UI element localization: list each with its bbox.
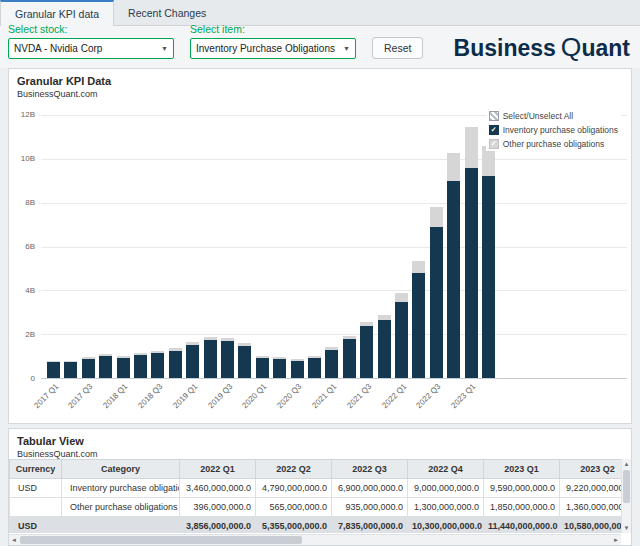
bar-2018-Q4-other[interactable] xyxy=(169,348,182,351)
bar-2017-Q1-inventory[interactable] xyxy=(47,362,60,378)
table-title: Tabular View xyxy=(9,429,631,447)
bar-2019-Q4-inventory[interactable] xyxy=(238,346,251,378)
chart-area: 02B4B6B8B10B12B 2017 Q12017 Q32018 Q1201… xyxy=(15,115,627,379)
item-select-value: Inventory Purchase Obligations xyxy=(196,43,335,54)
legend-other-purchase-obligations[interactable]: ✓ Other purchase obligations xyxy=(489,139,618,149)
table-cell: 9,220,000,000.0 xyxy=(560,479,622,498)
bar-2020-Q2-inventory[interactable] xyxy=(273,359,286,378)
bar-2017-Q2-inventory[interactable] xyxy=(64,362,77,378)
bar-2021-Q2-other[interactable] xyxy=(343,336,356,339)
bar-2020-Q4-other[interactable] xyxy=(308,356,321,358)
tab-recent-changes[interactable]: Recent Changes xyxy=(114,0,220,25)
brand-quant: Quant xyxy=(561,32,630,63)
bar-2022-Q3-inventory[interactable] xyxy=(430,227,443,378)
table-cell: USD xyxy=(10,479,62,498)
bar-2022-Q4-inventory[interactable] xyxy=(447,181,460,378)
gridline xyxy=(41,290,627,291)
bar-2018-Q2-other[interactable] xyxy=(134,353,147,355)
table-cell: 7,835,000,000.0 xyxy=(332,517,408,534)
bar-2023-Q1-inventory[interactable] xyxy=(465,168,478,378)
bar-2019-Q2-inventory[interactable] xyxy=(204,340,217,378)
table-cell: 10,300,000,000.0 xyxy=(408,517,484,534)
table-row: USD3,856,000,000.05,355,000,000.07,835,0… xyxy=(10,517,622,534)
bar-2019-Q4-other[interactable] xyxy=(238,343,251,346)
table-cell: Other purchase obligations xyxy=(62,498,180,517)
stock-select-label: Select stock: xyxy=(8,23,174,35)
table-cell: 1,360,000,000.0 xyxy=(560,498,622,517)
chevron-down-icon: ▼ xyxy=(161,45,168,52)
table-cell: 9,000,000,000.0 xyxy=(408,479,484,498)
y-axis-label: 10B xyxy=(13,155,35,163)
table-cell: 5,355,000,000.0 xyxy=(256,517,332,534)
table-row: USDInventory purchase obligations3,460,0… xyxy=(10,479,622,498)
horizontal-scrollbar[interactable]: ◄ ► xyxy=(9,534,621,545)
scroll-right-icon[interactable]: ► xyxy=(611,535,621,546)
bar-2021-Q4-inventory[interactable] xyxy=(378,320,391,378)
y-axis-label: 2B xyxy=(13,331,35,339)
bar-2020-Q1-other[interactable] xyxy=(256,356,269,358)
bar-2022-Q4-other[interactable] xyxy=(447,153,460,181)
bar-2021-Q4-other[interactable] xyxy=(378,315,391,320)
table-cell: 565,000,000.0 xyxy=(256,498,332,517)
checkbox-checked-gray-icon: ✓ xyxy=(489,139,499,149)
bar-2018-Q4-inventory[interactable] xyxy=(169,351,182,378)
bar-2021-Q3-other[interactable] xyxy=(360,322,373,326)
bar-2018-Q2-inventory[interactable] xyxy=(134,355,147,378)
checkbox-indeterminate-icon xyxy=(489,111,499,121)
scroll-down-icon[interactable]: ▼ xyxy=(622,523,631,533)
bar-2022-Q3-other[interactable] xyxy=(430,207,443,227)
bar-2018-Q1-inventory[interactable] xyxy=(117,358,130,378)
bar-2019-Q1-other[interactable] xyxy=(186,342,199,345)
bar-2021-Q3-inventory[interactable] xyxy=(360,326,373,378)
bar-2020-Q1-inventory[interactable] xyxy=(256,358,269,378)
bar-2020-Q2-other[interactable] xyxy=(273,357,286,359)
table-source: BusinessQuant.com xyxy=(9,447,631,459)
bar-2021-Q1-inventory[interactable] xyxy=(325,350,338,378)
vertical-scrollbar-thumb[interactable] xyxy=(623,470,630,503)
bar-2023-Q1-other[interactable] xyxy=(465,127,478,168)
bar-2022-Q1-inventory[interactable] xyxy=(395,302,408,378)
table-cell: 10,580,000,000.0 xyxy=(560,517,622,534)
bar-2021-Q1-other[interactable] xyxy=(325,347,338,350)
legend-select-unselect-all[interactable]: Select/Unselect All xyxy=(489,111,618,121)
bar-2023-Q2-inventory[interactable] xyxy=(482,176,495,378)
gridline xyxy=(41,159,627,160)
item-select-group: Select item: Inventory Purchase Obligati… xyxy=(190,23,356,59)
table-panel: Tabular View BusinessQuant.com CurrencyC… xyxy=(8,428,632,546)
item-select[interactable]: Inventory Purchase Obligations ▼ xyxy=(190,38,356,59)
bar-2019-Q3-inventory[interactable] xyxy=(221,341,234,378)
bar-2017-Q4-other[interactable] xyxy=(99,354,112,356)
bar-2018-Q1-other[interactable] xyxy=(117,356,130,358)
scroll-left-icon[interactable]: ◄ xyxy=(9,535,19,546)
horizontal-scrollbar-thumb[interactable] xyxy=(20,536,302,544)
bar-2021-Q2-inventory[interactable] xyxy=(343,339,356,378)
vertical-scrollbar[interactable]: ▲ ▼ xyxy=(621,459,631,533)
y-axis-label: 4B xyxy=(13,287,35,295)
bar-2022-Q2-other[interactable] xyxy=(412,261,425,273)
bar-2017-Q1-other[interactable] xyxy=(47,361,60,362)
stock-select[interactable]: NVDA - Nvidia Corp ▼ xyxy=(8,38,174,59)
chart-legend: Select/Unselect All ✓ Inventory purchase… xyxy=(486,109,621,151)
bar-2017-Q2-other[interactable] xyxy=(64,361,77,362)
bar-2020-Q3-inventory[interactable] xyxy=(291,361,304,378)
bar-2020-Q4-inventory[interactable] xyxy=(308,358,321,378)
bar-2018-Q3-inventory[interactable] xyxy=(151,353,164,378)
bar-2022-Q2-inventory[interactable] xyxy=(412,273,425,378)
legend-label: Inventory purchase obligations xyxy=(503,125,618,135)
table-container: CurrencyCategory2022 Q12022 Q22022 Q3202… xyxy=(9,459,621,533)
legend-inventory-purchase-obligations[interactable]: ✓ Inventory purchase obligations xyxy=(489,125,618,135)
reset-button[interactable]: Reset xyxy=(372,37,423,59)
bar-2019-Q1-inventory[interactable] xyxy=(186,345,199,378)
scroll-up-icon[interactable]: ▲ xyxy=(622,459,631,469)
bar-2019-Q2-other[interactable] xyxy=(204,337,217,340)
bar-2018-Q3-other[interactable] xyxy=(151,351,164,353)
bar-2017-Q3-other[interactable] xyxy=(82,357,95,359)
bar-2017-Q4-inventory[interactable] xyxy=(99,356,112,378)
table-cell: 935,000,000.0 xyxy=(332,498,408,517)
stock-select-group: Select stock: NVDA - Nvidia Corp ▼ xyxy=(8,23,174,59)
bar-2019-Q3-other[interactable] xyxy=(221,338,234,341)
bar-2017-Q3-inventory[interactable] xyxy=(82,359,95,378)
bar-2022-Q1-other[interactable] xyxy=(395,293,408,302)
stock-select-value: NVDA - Nvidia Corp xyxy=(14,43,102,54)
bar-2020-Q3-other[interactable] xyxy=(291,359,304,361)
